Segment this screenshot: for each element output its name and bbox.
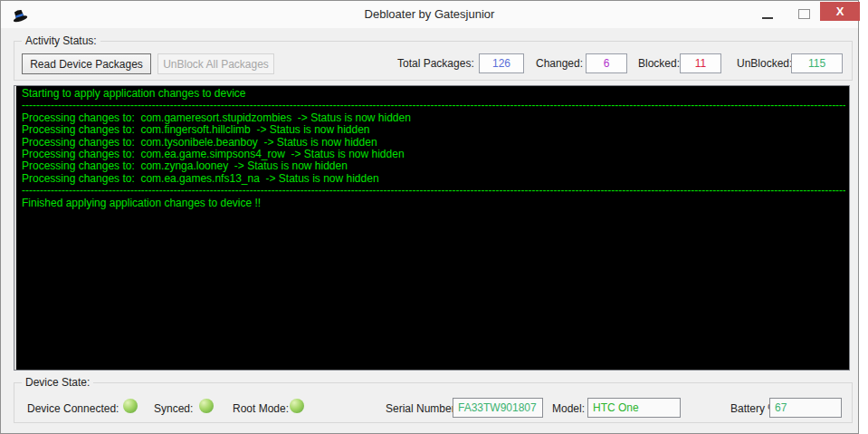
console-line: Processing changes to: com.gameresort.st… — [22, 112, 845, 124]
console-separator: ----------------------------------------… — [22, 185, 845, 197]
model-label: Model: — [552, 402, 585, 415]
console-line: Processing changes to: com.ea.game.simps… — [22, 149, 845, 160]
minimize-button[interactable] — [755, 5, 780, 23]
console-line: Starting to apply application changes to… — [22, 88, 845, 100]
console-line: Processing changes to: com.ea.games.nfs1… — [22, 173, 845, 185]
blocked-label: Blocked: — [638, 57, 680, 70]
synced-indicator-icon — [199, 399, 214, 413]
activity-status-group-label: Activity Status: — [22, 34, 100, 47]
changed-label: Changed: — [536, 57, 583, 70]
console-line: Processing changes to: com.tysonibele.be… — [22, 137, 845, 149]
synced-label: Synced: — [154, 402, 193, 415]
model-value[interactable]: HTC One — [587, 398, 681, 418]
device-connected-indicator-icon — [123, 399, 138, 413]
activity-log-console[interactable]: Starting to apply application changes to… — [14, 85, 850, 371]
unblocked-label: UnBlocked: — [737, 57, 792, 70]
unblock-all-packages-button[interactable]: UnBlock All Packages — [157, 53, 274, 74]
console-line: Processing changes to: com.zynga.looney … — [22, 160, 845, 172]
console-separator: ----------------------------------------… — [22, 100, 845, 111]
root-mode-indicator-icon — [290, 399, 304, 413]
device-state-group-label: Device State: — [22, 376, 93, 389]
blocked-value[interactable]: 11 — [680, 53, 721, 73]
total-packages-label: Total Packages: — [397, 57, 474, 70]
serial-number-label: Serial Number: — [386, 402, 458, 415]
window-title: Debloater by Gatesjunior — [1, 7, 858, 21]
changed-value[interactable]: 6 — [586, 53, 627, 73]
app-window: Debloater by Gatesjunior X Activity Stat… — [0, 0, 859, 434]
maximize-button[interactable] — [792, 5, 816, 23]
console-line: Processing changes to: com.fingersoft.hi… — [22, 124, 845, 136]
device-state-group: Device State: Device Connected: Synced: … — [14, 382, 853, 423]
minimize-icon — [762, 17, 773, 19]
device-connected-label: Device Connected: — [27, 402, 119, 415]
maximize-icon — [798, 9, 810, 19]
close-button[interactable]: X — [820, 2, 860, 21]
title-bar: Debloater by Gatesjunior X — [1, 1, 858, 28]
battery-value[interactable]: 67 — [769, 398, 842, 418]
close-icon: X — [836, 5, 844, 18]
read-device-packages-button[interactable]: Read Device Packages — [22, 53, 151, 74]
total-packages-value[interactable]: 126 — [479, 53, 524, 73]
root-mode-label: Root Mode: — [233, 402, 289, 415]
console-line: Finished applying application changes to… — [22, 198, 845, 209]
activity-status-group: Activity Status: Read Device Packages Un… — [14, 41, 853, 81]
unblocked-value[interactable]: 115 — [791, 53, 843, 73]
serial-number-value[interactable]: FA33TW901807 — [453, 398, 543, 418]
